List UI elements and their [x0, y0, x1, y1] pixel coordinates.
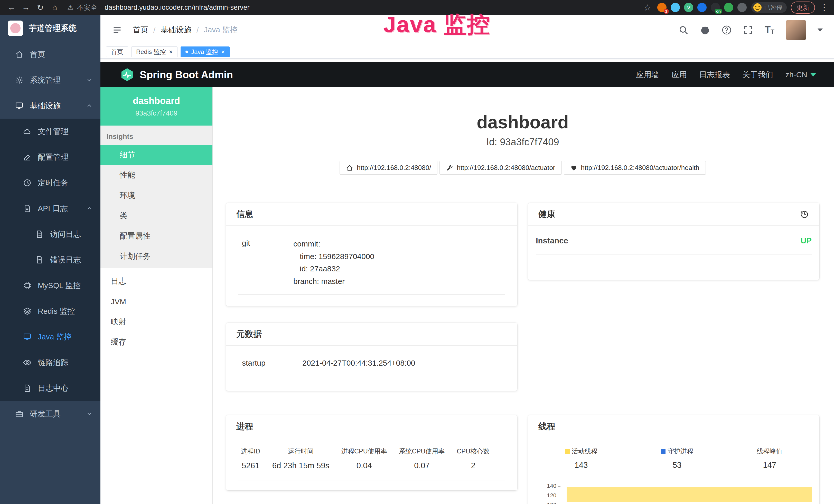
help-icon[interactable] [722, 25, 732, 35]
reload-icon[interactable]: ↻ [35, 2, 46, 13]
extension-vue-icon[interactable]: V [684, 3, 693, 12]
sidebar-item-system[interactable]: 系统管理 [0, 67, 101, 93]
sidebar-item-error-log[interactable]: 错误日志 [0, 247, 101, 273]
sidebar-item-api-log[interactable]: API 日志 [0, 196, 101, 221]
hamburger-icon[interactable] [112, 25, 123, 35]
sba-title[interactable]: Spring Boot Admin [140, 69, 233, 81]
sba-item-mappings[interactable]: 映射 [101, 312, 213, 332]
url-text[interactable]: dashboard.yudao.iocoder.cn/infra/admin-s… [105, 4, 249, 12]
tag-view-bar: 首页 Redis 监控 × Java 监控 × [101, 45, 834, 59]
extension-leaf-icon[interactable] [724, 3, 733, 12]
home-icon [15, 50, 24, 59]
breadcrumb-home[interactable]: 首页 [133, 25, 148, 35]
forward-icon[interactable]: → [20, 2, 32, 13]
error-log-icon [35, 255, 44, 264]
github-icon[interactable] [700, 25, 710, 35]
sba-language-select[interactable]: zh-CN [786, 70, 816, 79]
right-column: 健康 Instance UP 线程 [528, 203, 819, 504]
bookmark-star-icon[interactable]: ☆ [643, 3, 651, 13]
sba-item-scheduled[interactable]: 计划任务 [101, 246, 213, 267]
chevron-down-icon [86, 411, 93, 417]
tab-java-monitor[interactable]: Java 监控 × [180, 46, 229, 57]
sba-nav-applications[interactable]: 应用 [672, 70, 687, 80]
sba-item-caches[interactable]: 缓存 [101, 332, 213, 352]
sba-item-environment[interactable]: 环境 [101, 185, 213, 206]
health-card: 健康 Instance UP [528, 203, 819, 280]
startup-value: 2021-04-27T00:44:31.254+08:00 [302, 358, 415, 367]
git-value: commit: time: 1596289704000 id: 27aa832 … [293, 238, 374, 288]
sidebar-item-home[interactable]: 首页 [0, 42, 101, 67]
instance-subtitle: Id: 93a3fc7f7409 [226, 137, 819, 147]
sba-item-logs[interactable]: 日志 [101, 271, 213, 292]
history-icon[interactable] [800, 209, 809, 219]
sidebar-item-file-management[interactable]: 文件管理 [0, 119, 101, 144]
sidebar-item-java-monitor[interactable]: Java 监控 [0, 324, 101, 350]
close-icon[interactable]: × [221, 49, 225, 55]
sba-item-jvm[interactable]: JVM [101, 292, 213, 312]
redis-icon [23, 307, 31, 316]
sidebar-item-access-log[interactable]: 访问日志 [0, 221, 101, 247]
heart-icon [570, 164, 577, 171]
access-log-icon [35, 230, 44, 238]
devtools-icon [15, 410, 24, 418]
address-bar[interactable]: ⚠ 不安全 dashboard.yudao.iocoder.cn/infra/a… [67, 3, 641, 12]
sba-item-details[interactable]: 细节 [101, 145, 213, 165]
legend-active-threads[interactable]: 活动线程 143 [565, 447, 597, 470]
active-dot [185, 51, 188, 53]
avatar-caret-icon[interactable] [817, 28, 823, 31]
extension-dark-icon[interactable] [738, 3, 747, 12]
sba-item-config-props[interactable]: 配置属性 [101, 226, 213, 246]
sba-nav-about[interactable]: 关于我们 [742, 70, 773, 80]
sidebar-item-redis-monitor[interactable]: Redis 监控 [0, 298, 101, 324]
address-divider [101, 4, 101, 11]
app-logo-avatar [8, 21, 23, 36]
instance-health-row: Instance UP [536, 236, 812, 254]
y-axis-tick: 140 [539, 483, 561, 489]
sba-instance-header[interactable]: dashboard 93a3fc7f7409 [101, 87, 213, 125]
sidebar-item-trace[interactable]: 链路追踪 [0, 350, 101, 375]
health-url-button[interactable]: http://192.168.0.2:48080/actuator/health [564, 161, 706, 175]
process-card: 进程 进程ID 5261 运行时间 6d 23h 15m 59s [226, 415, 517, 490]
chevron-down-icon [810, 73, 816, 76]
fullscreen-icon[interactable] [743, 25, 753, 35]
sba-bottom-items: 日志 JVM 映射 缓存 [101, 268, 213, 352]
update-button[interactable]: 更新 [791, 2, 815, 14]
sba-nav-wallboard[interactable]: 应用墙 [636, 70, 659, 80]
sidebar-item-log-center[interactable]: 日志中心 [0, 375, 101, 401]
close-icon[interactable]: × [169, 49, 173, 55]
config-icon [23, 153, 31, 161]
legend-daemon-threads[interactable]: 守护进程 53 [661, 447, 693, 470]
tab-home[interactable]: 首页 [106, 46, 128, 57]
sidebar-item-scheduled-tasks[interactable]: 定时任务 [0, 170, 101, 196]
search-icon[interactable] [678, 25, 688, 35]
home-icon[interactable]: ⌂ [49, 2, 61, 13]
sba-nav-journal[interactable]: 日志报表 [699, 70, 730, 80]
extension-grid-icon[interactable] [697, 3, 707, 12]
browser-menu-icon[interactable]: ⋮ [820, 3, 828, 12]
extension-orange-icon[interactable]: 1 [657, 3, 666, 12]
service-url-button[interactable]: http://192.168.0.2:48080/ [339, 161, 437, 175]
file-icon [23, 127, 31, 136]
breadcrumb-infrastructure[interactable]: 基础设施 [160, 25, 191, 35]
actuator-url-button[interactable]: http://192.168.0.2:48080/actuator [439, 161, 562, 175]
back-icon[interactable]: ← [6, 2, 18, 13]
user-avatar[interactable] [786, 20, 806, 40]
tab-redis-monitor[interactable]: Redis 监控 × [131, 46, 177, 57]
sba-item-classes[interactable]: 类 [101, 206, 213, 226]
sidebar-item-infrastructure[interactable]: 基础设施 [0, 93, 101, 119]
sidebar-item-config-management[interactable]: 配置管理 [0, 144, 101, 170]
app-logo[interactable]: 芋道管理系统 [0, 15, 101, 42]
font-size-icon[interactable]: TT [765, 24, 774, 36]
sidebar-item-devtools[interactable]: 研发工具 [0, 401, 101, 427]
git-key: git [242, 238, 293, 288]
stat-process-cpu: 进程CPU使用率 0.04 [342, 447, 387, 471]
extension-switch-icon[interactable]: on [711, 3, 720, 12]
profile-sync-paused-badge[interactable]: 已暂停 [751, 2, 787, 13]
stat-pid: 进程ID 5261 [241, 447, 260, 471]
sba-item-metrics[interactable]: 性能 [101, 165, 213, 185]
extension-drop-icon[interactable] [671, 3, 680, 12]
sidebar-item-mysql-monitor[interactable]: MySQL 监控 [0, 273, 101, 298]
threads-card-header: 线程 [528, 415, 819, 438]
infrastructure-icon [15, 101, 24, 110]
sba-logo-icon[interactable] [120, 67, 135, 82]
